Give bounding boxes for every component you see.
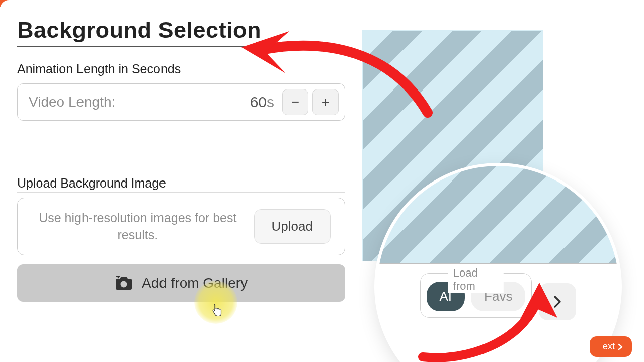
decrease-length-button[interactable]: −: [282, 89, 308, 115]
upload-hint: Use high-resolution images for best resu…: [32, 210, 244, 244]
upload-button[interactable]: Upload: [254, 209, 331, 244]
video-length-unit: s: [267, 94, 274, 110]
lens-controls: Load from AI Favs: [377, 264, 619, 362]
increase-length-button[interactable]: +: [312, 89, 339, 115]
animation-length-label: Animation Length in Seconds: [17, 62, 345, 78]
video-length-value: 60s: [250, 94, 274, 111]
background-selection-panel: Background Selection Animation Length in…: [0, 0, 362, 362]
video-length-field-label: Video Length:: [29, 94, 246, 110]
next-button-label: ext: [603, 341, 615, 352]
video-length-row: Video Length: 60s − +: [17, 83, 345, 121]
plus-icon: +: [321, 94, 330, 110]
load-from-legend: Load from: [448, 266, 504, 293]
add-from-gallery-button[interactable]: Add from Gallery: [17, 264, 345, 302]
svg-rect-3: [118, 276, 119, 278]
video-length-number: 60: [250, 94, 267, 110]
camera-plus-icon: [115, 276, 133, 291]
chevron-right-icon: [553, 295, 562, 309]
upload-box: Use high-resolution images for best resu…: [17, 198, 345, 255]
next-button[interactable]: ext: [590, 336, 632, 357]
svg-point-1: [120, 281, 127, 288]
upload-section-label: Upload Background Image: [17, 176, 345, 193]
next-page-button[interactable]: [539, 283, 576, 320]
load-from-group: Load from AI Favs: [420, 273, 532, 318]
gallery-button-label: Add from Gallery: [142, 275, 248, 291]
panel-title: Background Selection: [17, 17, 345, 47]
minus-icon: −: [291, 94, 299, 110]
chevron-right-icon: [618, 343, 623, 350]
